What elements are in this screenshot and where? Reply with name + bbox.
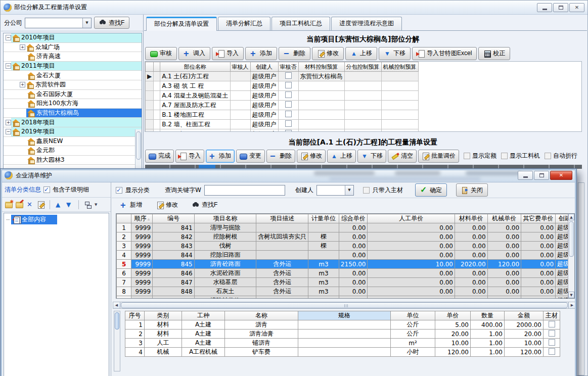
- comp-price-cell[interactable]: 0.00: [339, 287, 368, 296]
- unit-cell[interactable]: [308, 223, 339, 232]
- code-cell[interactable]: 848: [153, 287, 195, 296]
- comp-price-cell[interactable]: 0.00: [339, 269, 368, 278]
- labor-price-cell[interactable]: 0.00: [368, 242, 455, 251]
- order-cell[interactable]: 9999: [131, 260, 153, 269]
- material-budget-cell[interactable]: 东营恒大棕榈岛: [298, 72, 344, 81]
- amount-cell[interactable]: 10.00: [505, 339, 544, 348]
- auditor-cell[interactable]: [230, 101, 250, 110]
- machine-price-cell[interactable]: 0.00: [487, 232, 521, 242]
- move-up-icon[interactable]: [55, 201, 63, 208]
- other-price-cell[interactable]: 0.00: [521, 260, 556, 269]
- scroll-left-arrow[interactable]: ◀: [113, 302, 120, 308]
- unit-cell[interactable]: m3: [308, 260, 339, 269]
- other-price-cell[interactable]: 0.00: [521, 232, 556, 242]
- amount-cell[interactable]: 2000.00: [505, 320, 544, 330]
- dialog-close-button[interactable]: ✕: [550, 171, 572, 180]
- category-cell[interactable]: 人工: [145, 339, 182, 348]
- labor-price-cell[interactable]: 10.00: [368, 260, 455, 269]
- desc-cell[interactable]: [256, 223, 308, 232]
- code-cell[interactable]: 849: [153, 296, 195, 299]
- creator-cell[interactable]: 超级用户: [250, 101, 278, 110]
- company-dropdown[interactable]: ▼: [25, 18, 92, 28]
- auditor-cell[interactable]: [230, 81, 250, 91]
- grid-header-cell[interactable]: 人工单价: [368, 214, 455, 223]
- comp-price-cell[interactable]: 0.00: [339, 232, 368, 242]
- expander-minus-icon[interactable]: −: [6, 129, 11, 134]
- code-cell[interactable]: 846: [153, 269, 195, 278]
- toolbar-button-erase[interactable]: 清空: [388, 150, 417, 163]
- detail-grid-vscrollbar[interactable]: [114, 311, 120, 371]
- labor-price-cell[interactable]: 0.00: [368, 296, 455, 299]
- unit-cell[interactable]: m3: [308, 269, 339, 278]
- trade-cell[interactable]: A土建: [182, 339, 225, 348]
- material-price-cell[interactable]: 0.00: [455, 242, 488, 251]
- dialog-toolbar-binoc[interactable]: 查找F: [189, 200, 221, 210]
- comp-price-cell[interactable]: 0.00: [339, 223, 368, 232]
- subcontract-budget-cell[interactable]: [344, 110, 381, 120]
- trade-cell[interactable]: A土建: [182, 320, 225, 330]
- qty-cell[interactable]: 1.00: [471, 330, 505, 339]
- machine-price-cell[interactable]: 0.00: [487, 242, 521, 251]
- name-cell[interactable]: 清理与掘除: [194, 223, 256, 232]
- code-cell[interactable]: 841: [153, 223, 195, 232]
- parts-row[interactable]: B.1 楼地面工程超级用户: [146, 110, 419, 120]
- name-cell[interactable]: 水稳基层: [194, 278, 256, 287]
- audited-cell[interactable]: [278, 110, 298, 120]
- material-price-cell[interactable]: 0.00: [455, 278, 488, 287]
- material-price-cell[interactable]: 0.00: [455, 296, 488, 299]
- list-row[interactable]: 99999849挖除结构物0.000.000.000.000.00超级.: [117, 296, 574, 299]
- trade-cell[interactable]: A工程机械: [182, 348, 225, 357]
- category-cell[interactable]: 材料: [145, 320, 182, 330]
- price-cell[interactable]: 20.00: [435, 330, 471, 339]
- tree-item[interactable]: 东营恒大棕榈岛: [4, 109, 142, 118]
- parts-row[interactable]: A.3 砌 筑 工 程超级用户: [146, 81, 419, 91]
- machine-budget-cell[interactable]: [381, 81, 418, 91]
- part-name-cell[interactable]: B.2 墙、柱面工程: [160, 120, 230, 129]
- unit-cell[interactable]: m²: [391, 339, 435, 348]
- grid-header-cell[interactable]: 审核否: [278, 62, 298, 72]
- grid-header-cell[interactable]: 项目描述: [256, 214, 308, 223]
- toolbar-button-calc[interactable]: 校正: [478, 47, 510, 60]
- part-name-cell[interactable]: B.1 楼地面工程: [160, 110, 230, 120]
- toolbar-button-up[interactable]: 上移: [327, 150, 356, 163]
- close-button[interactable]: ✕: [569, 3, 584, 12]
- detail-header-cell[interactable]: 主材: [544, 311, 560, 320]
- unit-cell[interactable]: 公斤: [391, 330, 435, 339]
- tab-4[interactable]: 进度管理流程示意图: [331, 17, 402, 30]
- main-material-cell[interactable]: [544, 320, 560, 330]
- tree-item[interactable]: 济青高速: [4, 52, 142, 62]
- order-cell[interactable]: 9999: [131, 242, 153, 251]
- grid-header-cell[interactable]: [154, 62, 160, 72]
- grid-header-cell[interactable]: 审核人: [230, 62, 250, 72]
- material-price-cell[interactable]: 2020.00: [455, 260, 488, 269]
- parts-row[interactable]: B.2 墙、柱面工程超级用户: [146, 120, 419, 129]
- audited-checkbox[interactable]: [285, 91, 292, 98]
- auditor-cell[interactable]: [230, 129, 250, 132]
- toolbar-button-edit[interactable]: 修改: [312, 47, 344, 60]
- detail-header-cell[interactable]: 金额: [505, 311, 544, 320]
- name-cell[interactable]: 挖除结构物: [194, 296, 256, 299]
- machine-price-cell[interactable]: 0.00: [487, 287, 521, 296]
- tab-2[interactable]: 清单分解汇总: [218, 17, 270, 30]
- audited-cell[interactable]: [278, 72, 298, 81]
- toolbar-button-import[interactable]: 导入: [212, 47, 244, 60]
- grid-header-cell[interactable]: 顺序 ▵: [131, 214, 153, 223]
- tree-item[interactable]: −2011年项目: [4, 62, 142, 71]
- machine-budget-cell[interactable]: [381, 120, 418, 129]
- auditor-cell[interactable]: [230, 72, 250, 81]
- detail-header-cell[interactable]: 工种: [182, 311, 225, 320]
- toolbar-button-import[interactable]: 导入: [175, 150, 204, 163]
- material-price-cell[interactable]: 0.00: [455, 251, 488, 260]
- material-budget-cell[interactable]: [298, 129, 344, 132]
- list-grid-vscrollbar-thumb[interactable]: [569, 221, 574, 257]
- audited-cell[interactable]: [278, 129, 298, 132]
- part-name-cell[interactable]: A.4 混凝土及钢筋混凝土: [160, 91, 230, 101]
- audited-checkbox[interactable]: [285, 101, 292, 108]
- tree-item[interactable]: +东营软件园: [4, 80, 142, 90]
- order-cell[interactable]: 9999: [131, 223, 153, 232]
- tree-item[interactable]: +众城广场: [4, 43, 142, 53]
- toolbar-button-bluesq[interactable]: 变更: [236, 150, 265, 163]
- name-cell[interactable]: 铺沥青: [225, 339, 298, 348]
- new-folder-icon[interactable]: [5, 201, 13, 208]
- desc-cell[interactable]: 含外运: [256, 260, 308, 269]
